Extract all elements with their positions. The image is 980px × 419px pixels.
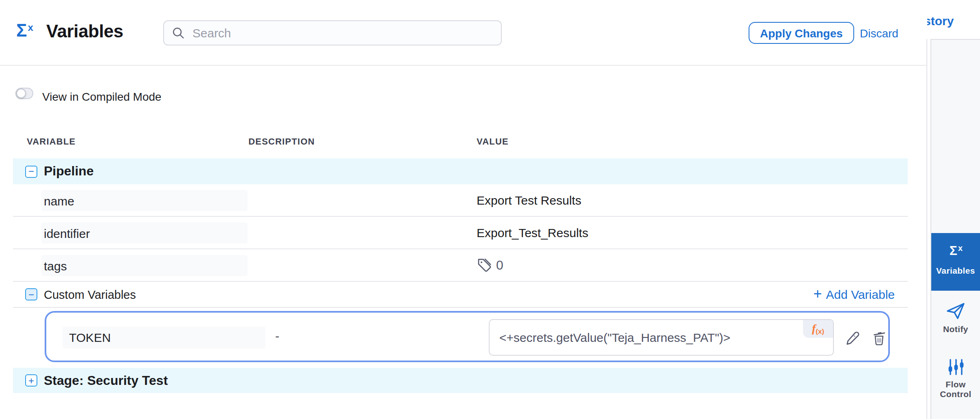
variable-value: Export Test Results — [477, 184, 581, 216]
section-header-pipeline[interactable]: − Pipeline — [13, 158, 908, 184]
sigma-x-icon: Σx — [16, 20, 32, 41]
search-input[interactable] — [191, 25, 493, 41]
section-header-stage-security-test[interactable]: + Stage: Security Test — [13, 368, 908, 393]
variables-drawer: Σx Variables Apply Changes Discard View … — [0, 0, 927, 419]
rail-item-label: Notify — [931, 324, 980, 334]
variable-name: identifier — [41, 222, 248, 244]
variable-name: name — [41, 190, 248, 211]
background-history-link[interactable]: story — [924, 14, 954, 28]
collapse-icon[interactable]: − — [25, 165, 37, 177]
variable-name: TOKEN — [63, 326, 266, 348]
discard-link[interactable]: Discard — [860, 27, 898, 40]
column-header-description: DESCRIPTION — [248, 136, 315, 146]
search-box[interactable] — [163, 20, 502, 45]
variable-value-input[interactable]: <+secrets.getValue("Teja_Harness_PAT")> … — [489, 319, 834, 356]
search-icon — [172, 27, 184, 39]
add-variable-button[interactable]: + Add Variable — [813, 282, 895, 307]
variable-description: - — [275, 329, 279, 343]
table-row: identifier Export_Test_Results — [13, 217, 908, 249]
drawer-header: Σx Variables Apply Changes Discard — [0, 0, 927, 66]
column-header-variable: VARIABLE — [27, 136, 76, 146]
trash-icon — [870, 330, 887, 347]
sigma-x-icon: Σx — [931, 244, 980, 260]
compiled-mode-toggle[interactable] — [15, 88, 33, 99]
variable-name: tags — [41, 255, 248, 276]
section-label: Stage: Security Test — [44, 373, 168, 388]
section-label: Custom Variables — [44, 288, 136, 301]
paper-plane-icon — [945, 301, 966, 321]
page-title: Variables — [46, 21, 123, 42]
apply-changes-button[interactable]: Apply Changes — [749, 22, 854, 44]
plus-icon: + — [813, 286, 822, 301]
column-header-value: VALUE — [477, 136, 509, 146]
edit-variable-button[interactable] — [844, 330, 861, 347]
compiled-mode-label: View in Compiled Mode — [42, 90, 162, 103]
screenshot-root: story Σx Variables Notify — [0, 0, 980, 419]
collapse-icon[interactable]: − — [25, 288, 37, 300]
drawer-edge-divider — [926, 39, 927, 419]
section-header-custom-variables[interactable]: − Custom Variables + Add Variable — [13, 282, 908, 308]
variable-value: Export_Test_Results — [477, 217, 588, 248]
table-row: name Export Test Results — [13, 184, 908, 217]
rail-item-variables[interactable]: Σx Variables — [931, 233, 980, 291]
rail-item-label: Flow Control — [931, 379, 980, 399]
pencil-icon — [844, 330, 861, 347]
right-rail: Σx Variables Notify — [930, 39, 980, 419]
delete-variable-button[interactable] — [870, 330, 887, 347]
variable-value: 0 — [477, 249, 503, 281]
rail-item-flow-control[interactable]: Flow Control — [931, 358, 980, 399]
tags-count: 0 — [496, 258, 503, 272]
expression-text: <+secrets.getValue("Teja_Harness_PAT")> — [499, 330, 730, 344]
table-row: tags 0 — [13, 249, 908, 282]
expand-icon[interactable]: + — [25, 374, 37, 387]
section-label: Pipeline — [44, 164, 94, 179]
toggle-knob — [16, 89, 26, 98]
rail-item-label: Variables — [931, 266, 980, 275]
rail-item-notify[interactable]: Notify — [931, 301, 980, 334]
tag-icon — [477, 257, 492, 273]
fx-expression-badge[interactable]: f(x) — [803, 320, 833, 338]
sliders-icon — [946, 358, 965, 376]
selected-variable-row[interactable]: TOKEN - <+secrets.getValue("Teja_Harness… — [45, 311, 890, 362]
